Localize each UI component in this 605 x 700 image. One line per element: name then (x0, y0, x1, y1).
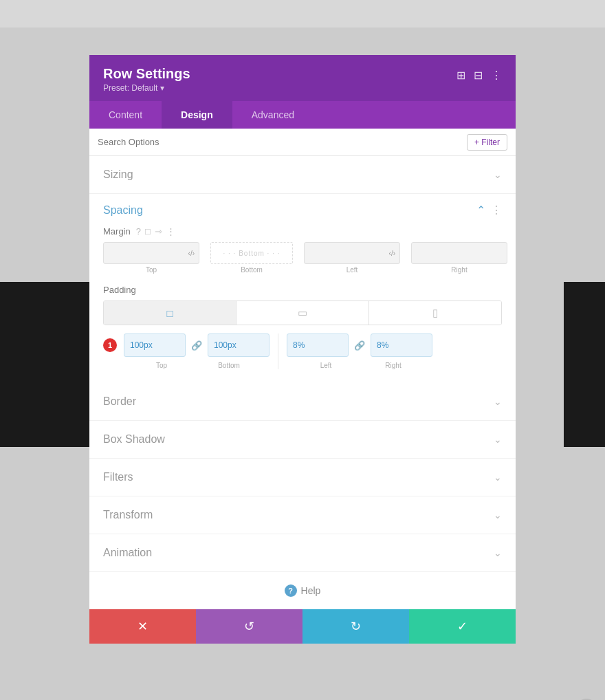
animation-section-header[interactable]: Animation ⌄ (89, 534, 516, 571)
spacing-chevron-up-icon[interactable]: ⌃ (476, 204, 485, 217)
padding-bottom-input-wrapper (208, 333, 270, 357)
filters-section-header[interactable]: Filters ⌄ (89, 459, 516, 496)
padding-right-label: Right (369, 362, 417, 369)
modal-body: Sizing ⌄ Spacing ⌃ ⋮ Margin (89, 156, 516, 609)
filters-title: Filters (103, 471, 133, 483)
tab-content[interactable]: Content (89, 101, 162, 129)
padding-all-row: 1 🔗 Top (103, 333, 502, 369)
filter-button[interactable]: + Filter (467, 134, 507, 151)
margin-right-label: Right (451, 266, 467, 274)
spacing-collapse-icons: ⌃ ⋮ (476, 204, 502, 217)
margin-right-input-wrapper (411, 242, 507, 264)
margin-left-label: Left (346, 266, 358, 274)
modal-preset[interactable]: Preset: Default ▾ (103, 83, 190, 93)
help-label[interactable]: Help (301, 585, 321, 596)
padding-right-input-wrapper (371, 333, 432, 357)
border-chevron-icon: ⌄ (494, 396, 502, 407)
margin-bottom-value: · · · Bottom · · · (223, 250, 280, 257)
margin-help-icon[interactable]: ? (136, 226, 141, 237)
sizing-section-header[interactable]: Sizing ⌄ (89, 156, 516, 193)
padding-divider (278, 333, 278, 369)
padding-link-lr-icon[interactable]: 🔗 (354, 340, 365, 351)
sizing-section: Sizing ⌄ (89, 156, 516, 194)
border-section: Border ⌄ (89, 383, 516, 421)
padding-left-input[interactable] (293, 340, 327, 350)
margin-link-icon[interactable]: ⇾ (155, 226, 162, 237)
device-tab-desktop[interactable]: □ (104, 301, 236, 325)
sizing-title: Sizing (103, 168, 133, 181)
margin-left-unit: ‹/› (389, 250, 395, 257)
padding-lr-group: 🔗 Left Right (287, 333, 432, 369)
transform-title: Transform (103, 509, 153, 521)
box-shadow-title: Box Shadow (103, 433, 165, 446)
spacing-body: Margin ? □ ⇾ ⋮ ‹/› (89, 226, 516, 383)
margin-left-group: ‹/› Left (304, 242, 400, 274)
split-icon[interactable]: ⊟ (474, 69, 483, 82)
device-tab-mobile[interactable]: ▯ (369, 301, 501, 325)
filters-section: Filters ⌄ (89, 459, 516, 496)
transform-section-header[interactable]: Transform ⌄ (89, 496, 516, 534)
margin-bottom-group: · · · Bottom · · · Bottom (210, 242, 293, 274)
tab-advanced[interactable]: Advanced (232, 101, 314, 129)
modal-header: Row Settings Preset: Default ▾ ⊞ ⊟ ⋮ (89, 55, 516, 101)
padding-right-input[interactable] (377, 340, 411, 350)
help-icon: ? (285, 584, 297, 597)
padding-left-label: Left (302, 362, 350, 369)
save-button[interactable]: ✓ (409, 609, 516, 644)
mobile-icon: ▯ (432, 307, 438, 319)
more-options-icon[interactable]: ⋮ (491, 69, 502, 82)
reset-button[interactable]: ↺ (196, 609, 302, 644)
border-title: Border (103, 395, 136, 408)
footer-buttons: ✕ ↺ ↻ ✓ (89, 609, 516, 644)
margin-more-icon[interactable]: ⋮ (166, 226, 175, 237)
search-input[interactable] (98, 137, 467, 147)
margin-top-input[interactable] (108, 248, 177, 258)
margin-bottom-input-wrapper[interactable]: · · · Bottom · · · (210, 242, 293, 264)
tabs-bar: Content Design Advanced (89, 101, 516, 129)
modal-header-left: Row Settings Preset: Default ▾ (103, 66, 190, 93)
margin-device-icon[interactable]: □ (145, 226, 151, 237)
cancel-button[interactable]: ✕ (89, 609, 196, 644)
tab-design[interactable]: Design (162, 101, 232, 129)
padding-top-label: Top (138, 362, 186, 369)
padding-link-top-icon[interactable]: 🔗 (191, 340, 202, 351)
transform-section: Transform ⌄ (89, 496, 516, 534)
margin-label: Margin (103, 226, 131, 237)
animation-section: Animation ⌄ (89, 534, 516, 572)
padding-left-input-wrapper (287, 333, 349, 357)
desktop-icon: □ (166, 307, 173, 319)
spacing-header: Spacing ⌃ ⋮ (89, 194, 516, 226)
redo-button[interactable]: ↻ (302, 609, 409, 644)
padding-bottom-input[interactable] (214, 340, 255, 350)
margin-icon-row: ? □ ⇾ ⋮ (136, 226, 175, 237)
spacing-section: Spacing ⌃ ⋮ Margin ? □ ⇾ ⋮ (89, 194, 516, 383)
padding-bottom-label: Bottom (205, 362, 253, 369)
margin-label-row: Margin ? □ ⇾ ⋮ (103, 226, 502, 237)
padding-label: Padding (103, 285, 502, 295)
black-bar-right (564, 282, 605, 447)
sizing-chevron-icon: ⌄ (494, 169, 502, 180)
tablet-icon: ▭ (298, 307, 307, 319)
margin-input-row: ‹/› Top · · · Bottom · · · Bottom (103, 242, 502, 274)
fullscreen-icon[interactable]: ⊞ (456, 69, 465, 82)
padding-section: Padding □ ▭ ▯ (103, 285, 502, 369)
margin-left-input[interactable] (309, 248, 378, 258)
spacing-options-icon[interactable]: ⋮ (491, 204, 502, 217)
animation-chevron-icon: ⌄ (494, 547, 502, 558)
modal-wrapper: Row Settings Preset: Default ▾ ⊞ ⊟ ⋮ Con… (89, 55, 516, 644)
border-section-header[interactable]: Border ⌄ (89, 383, 516, 420)
margin-right-input[interactable] (416, 248, 485, 258)
filters-chevron-icon: ⌄ (494, 472, 502, 483)
margin-bottom-label: Bottom (241, 266, 263, 274)
box-shadow-chevron-icon: ⌄ (494, 434, 502, 445)
badge-1: 1 (103, 338, 117, 352)
box-shadow-section-header[interactable]: Box Shadow ⌄ (89, 421, 516, 458)
transform-chevron-icon: ⌄ (494, 510, 502, 521)
margin-top-input-wrapper: ‹/› (103, 242, 199, 264)
device-tab-tablet[interactable]: ▭ (236, 301, 369, 325)
padding-top-input[interactable] (130, 340, 171, 350)
help-row: ? Help (89, 572, 516, 609)
padding-top-group: 1 🔗 Top (103, 333, 270, 369)
spacing-title: Spacing (103, 204, 143, 217)
modal-header-icons: ⊞ ⊟ ⋮ (456, 69, 502, 82)
